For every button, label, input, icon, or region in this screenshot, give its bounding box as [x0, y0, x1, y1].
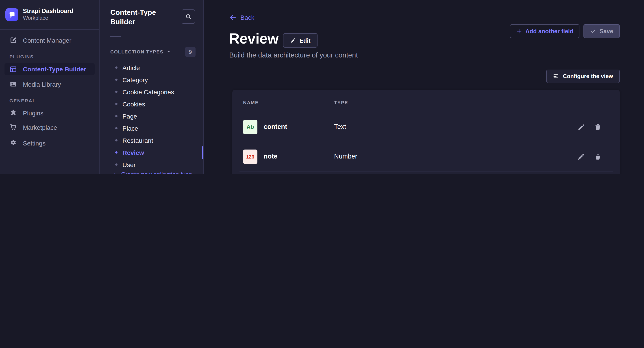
sidebar-item-media-library[interactable]: Media Library — [4, 78, 95, 90]
picture-icon — [10, 80, 17, 88]
table-row: author Relation with User (from: users-p… — [232, 171, 620, 174]
brand: Strapi Dashboard Workplace — [6, 7, 73, 22]
strapi-dashboard: Strapi Dashboard Workplace Content Manag… — [0, 0, 644, 174]
edit-field-button[interactable] — [577, 123, 585, 131]
content-type-builder-subnav: Content-Type Builder COLLECTION TYPES 9 … — [100, 0, 204, 174]
edit-field-button[interactable] — [577, 153, 585, 161]
feather-pen-icon — [10, 36, 17, 44]
collection-type-user[interactable]: User — [100, 158, 203, 171]
add-another-field-button[interactable]: Add another field — [510, 24, 580, 38]
plus-icon — [112, 172, 118, 174]
gear-icon — [10, 139, 17, 147]
save-button[interactable]: Save — [584, 24, 620, 38]
cart-icon — [10, 123, 17, 131]
collection-type-review[interactable]: Review — [100, 146, 203, 158]
number-field-icon: 123 — [243, 149, 258, 164]
collection-type-restaurant[interactable]: Restaurant — [100, 134, 203, 146]
pencil-icon — [290, 38, 296, 43]
filter-lines-icon — [553, 73, 559, 79]
sidebar-item-content-type-builder[interactable]: Content-Type Builder — [4, 63, 95, 75]
search-button[interactable] — [182, 10, 195, 24]
collection-type-cookie-categories[interactable]: Cookie Categories — [100, 86, 203, 98]
sidebar-item-content-manager[interactable]: Content Manager — [4, 34, 95, 46]
strapi-logo-icon — [6, 8, 18, 21]
table-header: NAME TYPE — [232, 90, 620, 112]
collection-type-cookies[interactable]: Cookies — [100, 98, 203, 110]
collection-type-page[interactable]: Page — [100, 110, 203, 122]
collection-types-header[interactable]: COLLECTION TYPES — [110, 49, 171, 54]
check-icon — [590, 28, 596, 34]
collection-types-list: Article Category Cookie Categories Cooki… — [100, 62, 203, 171]
fields-table: NAME TYPE Ab content Text 123 note Numbe… — [232, 90, 620, 174]
collection-type-category[interactable]: Category — [100, 74, 203, 86]
page-subtitle: Build the data architecture of your cont… — [229, 51, 358, 59]
app-title: Strapi Dashboard — [23, 7, 73, 15]
collection-types-count-badge: 9 — [185, 47, 196, 57]
sidebar-section-general: GENERAL — [10, 98, 36, 103]
sidebar-section-plugins: PLUGINS — [10, 54, 34, 59]
table-row: Ab content Text — [232, 112, 620, 142]
edit-button[interactable]: Edit — [283, 33, 318, 48]
puzzle-icon — [10, 109, 17, 117]
arrow-left-icon — [229, 14, 237, 21]
workspace-name: Workplace — [23, 15, 73, 22]
search-icon — [185, 13, 192, 20]
caret-down-icon — [166, 49, 171, 54]
delete-field-button[interactable] — [594, 153, 602, 161]
back-link[interactable]: Back — [229, 14, 254, 21]
sidebar-item-marketplace[interactable]: Marketplace — [4, 121, 95, 133]
table-row: 123 note Number — [232, 142, 620, 171]
subnav-scrollbar-thumb[interactable] — [202, 146, 203, 159]
main-sidebar: Strapi Dashboard Workplace Content Manag… — [0, 0, 100, 174]
page-title: Review — [229, 31, 279, 47]
plus-icon — [516, 28, 522, 34]
collection-type-article[interactable]: Article — [100, 62, 203, 74]
sidebar-item-settings[interactable]: Settings — [4, 137, 95, 149]
create-collection-type-link[interactable]: Create new collection type — [112, 171, 192, 174]
configure-view-button[interactable]: Configure the view — [546, 70, 620, 83]
column-header-name: NAME — [243, 100, 259, 105]
collection-type-place[interactable]: Place — [100, 122, 203, 134]
sidebar-item-plugins[interactable]: Plugins — [4, 107, 95, 119]
delete-field-button[interactable] — [594, 123, 602, 131]
text-field-icon: Ab — [243, 120, 258, 134]
subnav-title: Content-Type Builder — [110, 8, 168, 27]
main-content: Back Review Edit Build the data architec… — [204, 0, 644, 174]
column-header-type: TYPE — [334, 100, 348, 105]
divider — [110, 36, 121, 37]
layout-icon — [10, 65, 17, 73]
divider — [0, 29, 99, 30]
